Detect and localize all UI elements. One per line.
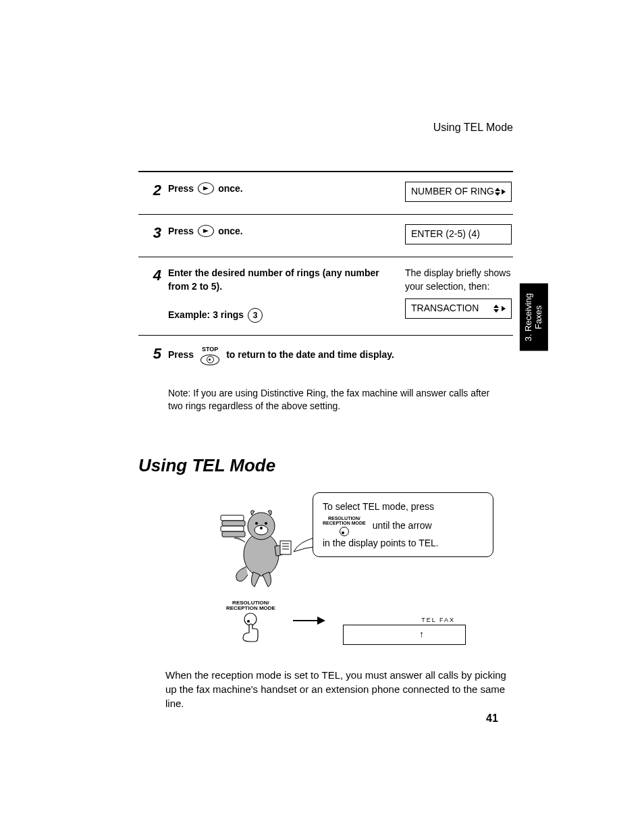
svg-point-23 [247,620,250,623]
svg-point-22 [244,613,257,625]
step-row-5: 5 Press STOP to return to the date and t… [138,336,513,377]
right-arrow-button-icon [198,225,214,237]
svg-rect-9 [222,521,245,526]
page-content: Using TEL Mode 2 Press once. NUMBER [138,122,513,710]
updown-right-icon [495,187,506,197]
svg-marker-3 [502,189,506,194]
speech-line2-suffix: until the arrow [373,520,432,531]
svg-point-15 [260,527,263,529]
speech-bubble: To select TEL mode, press RESOLUTION/ RE… [313,492,493,558]
arrow-right-icon [293,616,325,629]
step2-suffix: once. [218,182,243,196]
display-text: ENTER (2-5) (4) [411,228,480,241]
step-number: 4 [138,267,161,284]
side-tab: 3. Receiving Faxes [520,284,548,351]
right-arrow-button-icon [198,182,214,194]
step-row-2: 2 Press once. NUMBER OF RING [138,172,513,215]
body-paragraph: When the reception mode is set to TEL, y… [138,668,513,710]
lcd-labels: TEL FAX [421,617,466,623]
note: Note: If you are using Distinctive Ring,… [138,377,513,425]
step5-suffix: to return to the date and time display. [226,348,394,362]
svg-marker-25 [317,617,325,625]
step2-press: Press [168,182,194,196]
svg-marker-2 [495,192,500,196]
step4-instruction: Enter the desired number of rings (any n… [168,267,394,293]
svg-marker-4 [203,229,209,233]
page-number: 41 [486,712,498,725]
resolution-reception-button-icon: RESOLUTION/ RECEPTION MODE [323,516,366,536]
running-header: Using TEL Mode [138,122,513,134]
illustration-region: To select TEL mode, press RESOLUTION/ RE… [138,492,513,648]
step-row-3: 3 Press once. ENTER (2-5) (4) [138,215,513,257]
speech-line3: in the display points to TEL. [323,536,483,550]
mascot-illustration [219,504,294,595]
lcd-display: TEL FAX ↑ [343,617,466,645]
svg-marker-5 [493,305,499,308]
step4-example-prefix: Example: 3 rings [168,309,244,322]
step-number: 2 [138,182,161,199]
svg-point-17 [265,522,267,525]
updown-right-icon [493,304,506,313]
svg-marker-6 [493,309,499,313]
svg-point-16 [255,522,258,525]
key-3-icon: 3 [248,308,263,323]
step4-right-note: The display briefly shows your selection… [405,267,513,293]
rm-bot-label: RECEPTION MODE [226,606,275,611]
display-panel: ENTER (2-5) (4) [405,224,512,244]
svg-rect-10 [221,526,244,531]
up-arrow-icon: ↑ [419,629,424,639]
press-diagram: RESOLUTION/ RECEPTION MODE [226,600,466,645]
step-number: 5 [138,345,161,363]
step-row-4: 4 Enter the desired number of rings (any… [138,257,513,336]
svg-rect-11 [222,531,245,537]
svg-marker-1 [495,188,500,191]
display-text: NUMBER OF RING [411,185,494,199]
svg-rect-18 [280,541,291,554]
rm-top-label: RESOLUTION/ [328,516,360,521]
svg-rect-8 [221,515,244,521]
step5-press: Press [168,348,194,362]
step-number: 3 [138,224,161,242]
svg-marker-0 [203,186,209,190]
section-heading: Using TEL Mode [138,455,513,476]
stop-label: STOP [202,345,218,354]
step3-press: Press [168,225,194,238]
svg-marker-7 [502,306,506,311]
speech-line1: To select TEL mode, press [323,500,483,513]
steps-block: 2 Press once. NUMBER OF RING [138,171,513,425]
display-text: TRANSACTION [411,302,479,315]
rm-bot-label: RECEPTION MODE [323,521,366,525]
display-panel: TRANSACTION [405,298,512,319]
lcd-box: ↑ [343,625,466,645]
step3-suffix: once. [218,225,243,238]
stop-button-icon: STOP [200,345,219,365]
display-panel: NUMBER OF RING [405,182,512,202]
resolution-reception-button-icon: RESOLUTION/ RECEPTION MODE [226,600,275,645]
gear-icon [207,356,214,363]
